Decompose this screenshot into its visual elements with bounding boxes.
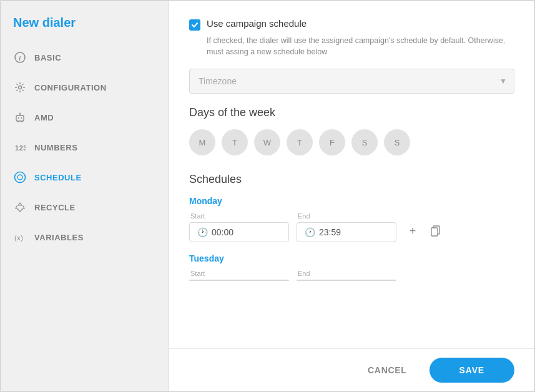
day-monday[interactable]: M — [189, 129, 215, 155]
campaign-schedule-text: Use campaign schedule — [207, 18, 307, 29]
variables-icon: (x) — [13, 230, 27, 244]
monday-label: Monday — [189, 196, 514, 206]
monday-time-row: Start 🕐 00:00 End 🕐 23:59 — [189, 212, 514, 242]
main-content: Use campaign schedule If checked, the di… — [169, 1, 534, 391]
monday-end-value: 23:59 — [319, 227, 341, 237]
clock-start-icon: 🕐 — [197, 227, 208, 237]
svg-point-2 — [19, 86, 22, 89]
sidebar-label-schedule: SCHEDULE — [34, 173, 82, 182]
svg-rect-3 — [16, 115, 24, 121]
dialog: New dialer i BASIC CONFIGURATION — [0, 0, 535, 392]
schedules-label: Schedules — [189, 173, 514, 186]
robot-icon — [13, 110, 27, 124]
sidebar-item-recycle[interactable]: RECYCLE — [1, 192, 169, 222]
monday-schedule: Monday Start 🕐 00:00 End 🕐 23:59 — [189, 196, 514, 242]
day-sunday[interactable]: S — [384, 129, 410, 155]
tuesday-schedule: Tuesday Start End — [189, 253, 514, 281]
cancel-button[interactable]: CANCEL — [355, 359, 420, 381]
monday-start-input[interactable]: 🕐 00:00 — [189, 222, 289, 242]
day-wednesday[interactable]: W — [254, 129, 280, 155]
clock-icon — [13, 170, 27, 184]
info-icon: i — [13, 51, 27, 64]
monday-start-field: Start 🕐 00:00 — [189, 212, 289, 242]
tuesday-start-field: Start — [189, 270, 289, 281]
day-tuesday[interactable]: T — [222, 129, 248, 155]
monday-end-input[interactable]: 🕐 23:59 — [297, 222, 396, 242]
monday-end-field: End 🕐 23:59 — [297, 212, 396, 242]
svg-point-12 — [17, 175, 22, 180]
sidebar-item-basic[interactable]: i BASIC — [1, 42, 169, 72]
tuesday-end-label: End — [297, 270, 396, 277]
sidebar-label-recycle: RECYCLE — [34, 203, 76, 212]
timezone-select[interactable]: Timezone — [189, 69, 514, 94]
campaign-schedule-label: Use campaign schedule — [207, 18, 307, 29]
sidebar-label-amd: AMD — [34, 113, 54, 122]
monday-add-button[interactable]: + — [404, 222, 421, 240]
save-button[interactable]: SAVE — [429, 358, 514, 383]
tuesday-start-label: Start — [189, 270, 289, 277]
clock-end-icon: 🕐 — [305, 227, 315, 237]
sidebar-item-amd[interactable]: AMD — [1, 102, 169, 132]
sidebar-label-basic: BASIC — [34, 53, 61, 62]
sidebar-item-variables[interactable]: (x) VARIABLES — [1, 222, 169, 252]
recycle-icon — [13, 200, 27, 214]
day-thursday[interactable]: T — [287, 129, 313, 155]
monday-schedule-actions: + — [404, 222, 445, 242]
monday-start-label: Start — [189, 212, 289, 220]
svg-point-5 — [21, 117, 22, 119]
svg-text:123: 123 — [15, 144, 26, 152]
campaign-schedule-row: Use campaign schedule — [189, 18, 514, 31]
gear-icon — [13, 81, 27, 94]
monday-start-value: 00:00 — [212, 227, 233, 237]
day-saturday[interactable]: S — [351, 129, 378, 155]
day-friday[interactable]: F — [319, 129, 345, 155]
svg-point-7 — [19, 113, 21, 114]
sidebar-label-numbers: NUMBERS — [34, 143, 77, 152]
sidebar-item-numbers[interactable]: 123 NUMBERS — [1, 132, 169, 162]
days-of-week-row: M T W T F S S — [189, 129, 514, 155]
sidebar: New dialer i BASIC CONFIGURATION — [1, 1, 169, 391]
sidebar-label-configuration: CONFIGURATION — [34, 83, 107, 92]
monday-copy-button[interactable] — [428, 222, 445, 240]
timezone-wrapper: Timezone ▼ — [189, 69, 514, 94]
svg-point-4 — [18, 117, 19, 119]
main-scroll-area: Use campaign schedule If checked, the di… — [169, 1, 534, 348]
footer: CANCEL SAVE — [169, 348, 534, 391]
sidebar-item-schedule[interactable]: SCHEDULE — [1, 162, 169, 192]
sidebar-label-variables: VARIABLES — [34, 233, 84, 242]
tuesday-start-bar — [189, 280, 289, 281]
use-campaign-schedule-checkbox[interactable] — [189, 19, 200, 31]
svg-point-11 — [15, 172, 26, 183]
tuesday-label: Tuesday — [189, 253, 514, 263]
sidebar-item-configuration[interactable]: CONFIGURATION — [1, 72, 169, 102]
monday-end-label: End — [297, 212, 396, 220]
days-of-week-label: Days of the week — [189, 106, 514, 119]
campaign-schedule-description: If checked, the dialer will use the assi… — [207, 36, 514, 57]
svg-text:(x): (x) — [14, 234, 23, 242]
tuesday-end-field: End — [297, 270, 396, 281]
tuesday-time-row: Start End — [189, 270, 514, 281]
dialog-title: New dialer — [1, 16, 169, 42]
svg-rect-15 — [431, 228, 438, 236]
numbers-icon: 123 — [13, 140, 27, 154]
svg-text:i: i — [19, 55, 21, 62]
tuesday-end-bar — [297, 280, 396, 281]
